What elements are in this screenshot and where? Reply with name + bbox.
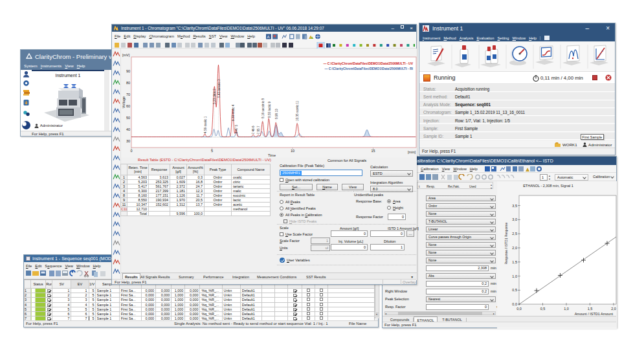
svg-text:1,0: 1,0 [512, 274, 517, 278]
svg-text:— C:\ClarityChrom\DataFiles\DE: — C:\ClarityChrom\DataFiles\DEMO1\Data\2… [323, 61, 413, 65]
svg-text:8,98 10: 8,98 10 [275, 109, 278, 119]
svg-text:5,20 citric 2: 5,20 citric 2 [213, 89, 216, 104]
svg-text:7,85 7: 7,85 7 [257, 126, 260, 134]
svg-text:8,16 succinic 8: 8,16 succinic 8 [261, 98, 265, 118]
svg-text:50: 50 [126, 116, 130, 120]
svg-text:30: 30 [126, 139, 130, 143]
svg-text:[mV]: [mV] [122, 53, 130, 57]
svg-text:80: 80 [126, 81, 130, 85]
svg-text:1,0: 1,0 [564, 307, 569, 311]
svg-text:60: 60 [126, 104, 130, 108]
svg-text:0,0: 0,0 [516, 307, 522, 311]
svg-text:[min]: [min] [408, 150, 416, 154]
svg-text:0,0: 0,0 [512, 302, 517, 306]
svg-text:Voltage: Voltage [122, 96, 126, 108]
svg-text:7,46 6: 7,46 6 [252, 126, 255, 134]
svg-text:Response / ISTD1 Response: Response / ISTD1 Response [504, 222, 508, 264]
svg-text:4,56 oxalic 1: 4,56 oxalic 1 [204, 116, 207, 133]
svg-text:6,30 malic 4: 6,30 malic 4 [232, 104, 235, 121]
svg-text:1,5: 1,5 [512, 260, 517, 264]
svg-text:90: 90 [126, 69, 130, 73]
svg-text:2,5: 2,5 [512, 232, 517, 236]
svg-text:40: 40 [126, 127, 130, 131]
svg-text:5,43 tartaric 3: 5,43 tartaric 3 [217, 79, 221, 98]
svg-text:— C:\ClarityChrom\DataFiles\DE: — C:\ClarityChrom\DataFiles\DEMO1\Data\2… [324, 67, 413, 71]
svg-text:3,5: 3,5 [512, 204, 517, 208]
svg-text:6,47 5: 6,47 5 [235, 125, 238, 133]
svg-text:A: A [267, 35, 270, 39]
svg-text:2,0: 2,0 [611, 307, 616, 311]
svg-text:3,0: 3,0 [512, 217, 517, 221]
svg-text:0,5: 0,5 [540, 307, 546, 311]
svg-text:2,0: 2,0 [512, 246, 517, 250]
svg-text:70: 70 [126, 93, 130, 96]
svg-text:10,35 acetic 11: 10,35 acetic 11 [296, 100, 299, 121]
svg-text:1,5: 1,5 [588, 307, 593, 311]
svg-text:0,5: 0,5 [512, 288, 517, 292]
svg-text:ETHANOL - 2,308 min, Signal 1: ETHANOL - 2,308 min, Signal 1 [523, 184, 573, 188]
svg-text:8,55 lactic 9: 8,55 lactic 9 [268, 102, 271, 118]
